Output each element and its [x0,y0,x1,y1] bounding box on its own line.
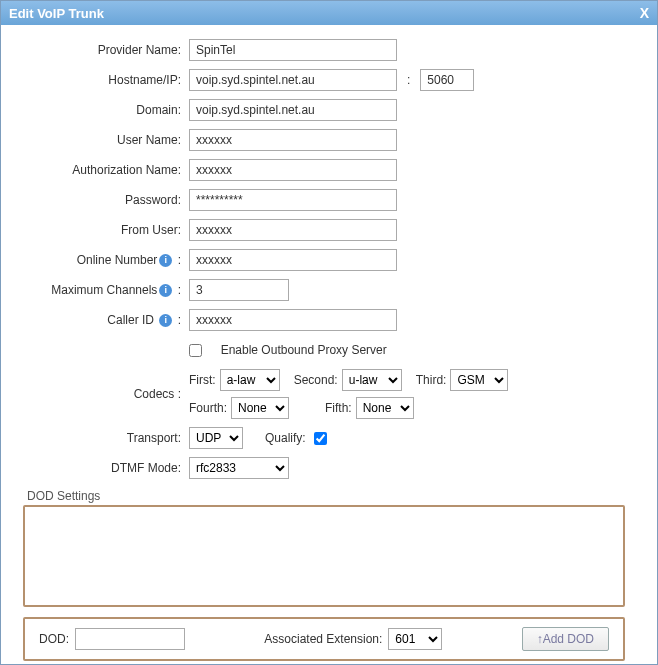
domain-label: Domain: [9,103,189,117]
fourth-codec-select[interactable]: None [231,397,289,419]
hostname-input[interactable] [189,69,397,91]
fifth-codec-select[interactable]: None [356,397,414,419]
max-channels-input[interactable] [189,279,289,301]
dod-list-panel [23,505,625,607]
second-codec-select[interactable]: u-law [342,369,402,391]
provider-name-label: Provider Name: [9,43,189,57]
online-number-input[interactable] [189,249,397,271]
transport-select[interactable]: UDP [189,427,243,449]
port-input[interactable] [420,69,474,91]
username-input[interactable] [189,129,397,151]
third-codec-label: Third: [416,373,447,387]
username-label: User Name: [9,133,189,147]
window-title: Edit VoIP Trunk [9,6,104,21]
transport-label: Transport: [9,431,189,445]
voip-trunk-window: Edit VoIP Trunk X Provider Name: Hostnam… [0,0,658,665]
codecs-label: Codecs : [9,387,189,401]
fromuser-input[interactable] [189,219,397,241]
dod-input[interactable] [75,628,185,650]
info-icon[interactable]: i [159,314,172,327]
first-codec-select[interactable]: a-law [220,369,280,391]
caller-id-input[interactable] [189,309,397,331]
dod-settings-label: DOD Settings [27,489,639,503]
domain-input[interactable] [189,99,397,121]
authname-label: Authorization Name: [9,163,189,177]
hostname-label: Hostname/IP: [9,73,189,87]
info-icon[interactable]: i [159,284,172,297]
assoc-ext-label: Associated Extension: [264,632,382,646]
third-codec-select[interactable]: GSM [450,369,508,391]
enable-proxy-label: Enable Outbound Proxy Server [221,343,387,357]
dod-label: DOD: [39,632,69,646]
fifth-codec-label: Fifth: [325,401,352,415]
max-channels-label: Maximum Channelsi : [9,283,189,297]
dtmf-label: DTMF Mode: [9,461,189,475]
provider-name-input[interactable] [189,39,397,61]
password-input[interactable] [189,189,397,211]
authname-input[interactable] [189,159,397,181]
titlebar: Edit VoIP Trunk X [1,1,657,25]
add-dod-button[interactable]: ↑Add DOD [522,627,609,651]
caller-id-label: Caller ID i : [9,313,189,327]
form-body: Provider Name: Hostname/IP: : Domain: Us… [1,25,657,665]
fourth-codec-label: Fourth: [189,401,227,415]
qualify-checkbox[interactable] [314,432,327,445]
dtmf-select[interactable]: rfc2833 [189,457,289,479]
qualify-label: Qualify: [265,431,306,445]
password-label: Password: [9,193,189,207]
dod-control-panel: DOD: Associated Extension: 601 ↑Add DOD [23,617,625,661]
assoc-ext-select[interactable]: 601 [388,628,442,650]
enable-proxy-checkbox[interactable] [189,344,202,357]
close-icon[interactable]: X [640,5,649,21]
second-codec-label: Second: [294,373,338,387]
fromuser-label: From User: [9,223,189,237]
info-icon[interactable]: i [159,254,172,267]
online-number-label: Online Numberi : [9,253,189,267]
port-separator: : [403,73,414,87]
first-codec-label: First: [189,373,216,387]
